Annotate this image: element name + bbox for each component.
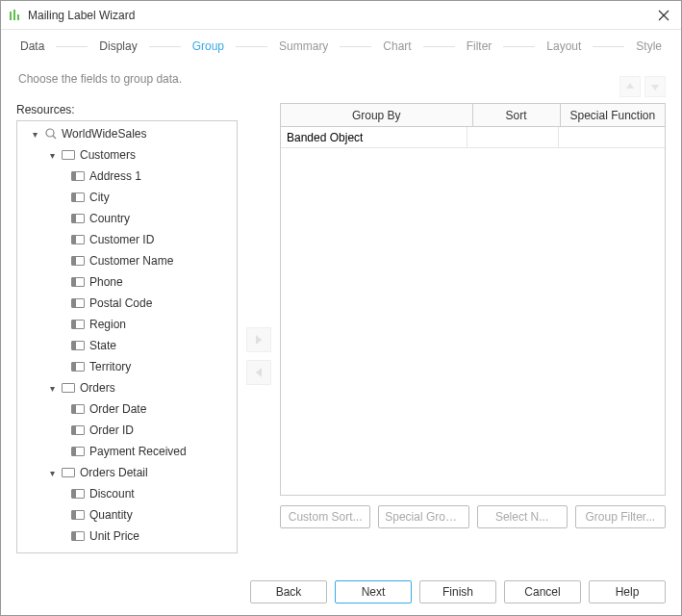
step-group[interactable]: Group [189,39,228,53]
field-icon [71,171,85,181]
group-grid[interactable]: Group By Sort Special Function Banded Ob… [280,103,666,496]
tree-table[interactable]: ▾ Orders [17,377,237,398]
chevron-down-icon[interactable]: ▾ [33,129,42,140]
resources-pane: Resources: ▾ WorldWideSales ▾ Customers … [16,103,238,571]
move-down-button[interactable] [644,76,666,97]
field-icon [71,277,85,287]
step-display[interactable]: Display [95,39,140,53]
step-style[interactable]: Style [632,39,666,53]
resources-label: Resources: [16,103,238,120]
group-option-buttons: Custom Sort... Special Group... Select N… [280,505,666,528]
field-icon [71,235,85,244]
move-buttons [238,103,280,571]
tree-root[interactable]: ▾ WorldWideSales [17,123,237,144]
tree-field[interactable]: State [17,335,237,356]
chevron-down-icon[interactable]: ▾ [50,383,60,394]
step-summary[interactable]: Summary [275,39,332,53]
back-button[interactable]: Back [250,580,327,603]
tree-field[interactable]: Country [17,208,237,229]
next-button[interactable]: Next [335,580,412,603]
help-button[interactable]: Help [589,580,666,603]
chevron-down-icon[interactable]: ▾ [50,468,60,478]
tree-root-label: WorldWideSales [62,127,146,141]
add-field-button[interactable] [246,327,271,352]
tree-field[interactable]: City [17,187,237,208]
group-pane: Group By Sort Special Function Banded Ob… [280,103,666,571]
field-icon [71,192,85,202]
field-icon [71,256,85,266]
grid-header-special[interactable]: Special Function [561,104,665,126]
tree-table-label: Orders Detail [80,466,148,479]
finish-button[interactable]: Finish [419,580,496,603]
custom-sort-button[interactable]: Custom Sort... [280,505,370,528]
grid-cell-special[interactable] [559,127,665,147]
field-icon [71,489,85,499]
tree-table[interactable]: ▾ Orders Detail [17,462,237,483]
grid-header-sort[interactable]: Sort [473,104,561,126]
close-button[interactable] [654,6,673,25]
svg-line-4 [53,136,56,139]
tree-field[interactable]: Customer Name [17,250,237,271]
reorder-buttons [619,76,666,97]
tree-table-label: Customers [80,148,136,162]
field-icon [71,510,85,520]
step-layout[interactable]: Layout [543,39,585,53]
main-area: Resources: ▾ WorldWideSales ▾ Customers … [1,103,681,571]
tree-field[interactable]: Order Date [17,398,237,420]
field-icon [71,404,85,414]
tree-field[interactable]: Address 1 [17,166,237,187]
table-icon [62,150,75,160]
cancel-button[interactable]: Cancel [504,580,581,603]
tree-field[interactable]: Phone [17,271,237,293]
tree-field[interactable]: Payment Received [17,441,237,462]
table-icon [62,468,75,477]
field-icon [71,320,85,329]
field-icon [71,447,85,456]
svg-rect-2 [17,14,19,20]
field-icon [71,298,85,308]
tree-table[interactable]: ▾ Customers [17,144,237,166]
instruction-text: Choose the fields to group data. [1,63,681,103]
field-icon [71,425,85,435]
move-up-button[interactable] [619,76,641,97]
tree-field[interactable]: Order ID [17,420,237,441]
title-bar: Mailing Label Wizard [1,1,681,30]
database-icon [44,127,58,141]
tree-field[interactable]: Territory [17,356,237,377]
special-group-button[interactable]: Special Group... [378,505,468,528]
tree-field[interactable]: Quantity [17,504,237,526]
grid-cell-groupby[interactable]: Banded Object [281,127,467,147]
grid-header-groupby[interactable]: Group By [281,104,473,126]
tree-field[interactable]: Customer ID [17,229,237,250]
grid-cell-sort[interactable] [467,127,559,147]
field-icon [71,214,85,223]
svg-point-3 [46,129,54,137]
tree-field[interactable]: Discount [17,483,237,504]
window-title: Mailing Label Wizard [28,9,654,22]
svg-rect-0 [10,12,12,20]
table-icon [62,383,75,393]
step-filter[interactable]: Filter [463,39,496,53]
chevron-down-icon[interactable]: ▾ [50,150,60,161]
svg-rect-1 [13,10,15,20]
tree-field[interactable]: Postal Code [17,293,237,314]
field-icon [71,341,85,350]
step-chart[interactable]: Chart [379,39,415,53]
footer-buttons: Back Next Finish Cancel Help [1,571,681,613]
tree-table-label: Orders [80,381,115,395]
group-filter-button[interactable]: Group Filter... [575,505,666,528]
field-icon [71,362,85,372]
field-icon [71,531,85,541]
step-data[interactable]: Data [16,39,48,53]
select-n-button[interactable]: Select N... [477,505,568,528]
grid-header: Group By Sort Special Function [281,104,665,127]
remove-field-button[interactable] [246,360,271,385]
tree-field[interactable]: Unit Price [17,526,237,547]
tree-field[interactable]: Region [17,314,237,335]
resources-tree[interactable]: ▾ WorldWideSales ▾ Customers Address 1 C… [16,120,238,553]
wizard-steps: Data Display Group Summary Chart Filter … [1,30,681,63]
grid-row[interactable]: Banded Object [281,127,665,148]
app-icon [9,9,22,22]
